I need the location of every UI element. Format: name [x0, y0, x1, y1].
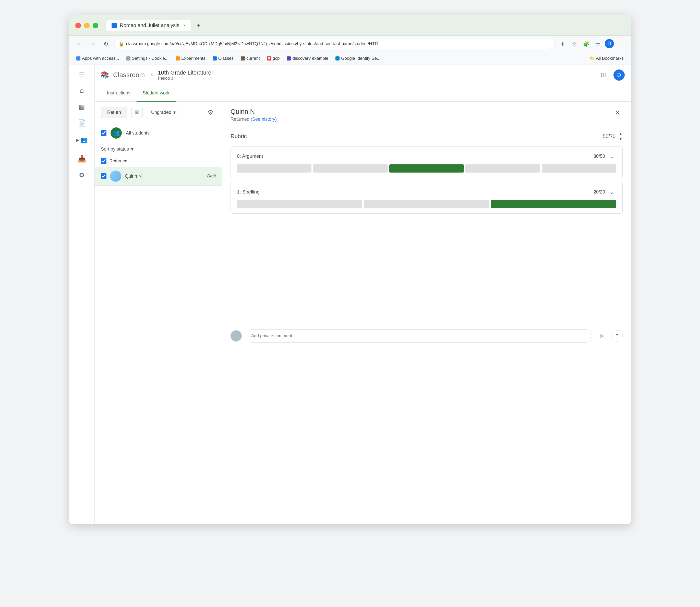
detail-header: Quinn N Returned (See history) ✕: [222, 102, 631, 126]
bar-segment-4: [542, 164, 616, 172]
settings-nav-btn[interactable]: ⚙: [75, 168, 89, 182]
sidebar-toggle-btn[interactable]: ▭: [593, 39, 603, 49]
score-down-arrow: ▼: [619, 136, 623, 141]
assignments-nav-btn[interactable]: 📄: [75, 116, 89, 130]
criterion-spelling-score-area: 20/20 ⌄: [594, 187, 616, 196]
bookmark-classes-label: Classes: [218, 56, 233, 61]
fullscreen-window-btn[interactable]: [93, 23, 98, 28]
student-list-panel: Return ✉ Ungraded ▾ ⚙: [95, 102, 222, 524]
student-name-quinn: Quinn N: [125, 173, 142, 179]
tab-close-btn[interactable]: ×: [183, 23, 186, 28]
list-settings-btn[interactable]: ⚙: [205, 107, 216, 118]
returned-section-checkbox[interactable]: [101, 158, 106, 164]
profile-btn[interactable]: D: [605, 39, 614, 48]
reload-btn[interactable]: ↻: [101, 39, 111, 49]
bookmark-apps[interactable]: Apps with access...: [73, 55, 122, 63]
bookmark-current[interactable]: current: [238, 55, 263, 63]
app-name: Classroom: [113, 71, 145, 79]
tab-student-work-label: Student work: [143, 90, 169, 96]
bookmark-apps-label: Apps with access...: [82, 56, 119, 61]
calendar-nav-btn[interactable]: ▦: [75, 100, 89, 114]
menu-btn[interactable]: ⋮: [616, 39, 626, 49]
submission-status-close: ): [275, 117, 277, 122]
bookmark-discovery[interactable]: discovery example: [284, 55, 331, 63]
active-tab[interactable]: Romeo and Juliet analysis. ×: [106, 20, 191, 31]
bar-segment-3: [466, 164, 540, 172]
bookmark-favicon-cog: [126, 57, 130, 61]
bookmark-gcp-label: gcp: [273, 56, 280, 61]
criterion-spelling-bar: [237, 200, 616, 208]
bookmark-experiments-label: Experiments: [181, 56, 205, 61]
return-btn[interactable]: Return: [101, 107, 127, 118]
bookmark-all-label: 📁 All Bookmarks: [590, 56, 624, 61]
score-up-arrow: ▲: [619, 131, 623, 136]
grade-select[interactable]: Ungraded ▾: [147, 107, 180, 118]
tab-student-work[interactable]: Student work: [137, 85, 176, 102]
bookmark-gcp[interactable]: R gcp: [264, 55, 283, 63]
student-status-quinn: Draft: [207, 174, 216, 179]
download-btn[interactable]: ⬇: [558, 39, 568, 49]
bookmark-settings[interactable]: Settings - Cookie...: [123, 55, 172, 63]
forward-btn[interactable]: →: [87, 39, 98, 49]
new-tab-btn[interactable]: +: [197, 22, 200, 29]
detail-close-btn[interactable]: ✕: [613, 108, 623, 118]
bookmark-favicon-cls: [213, 57, 217, 61]
email-icon: ✉: [135, 109, 139, 116]
rubric-section: Rubric 50/70 ▲ ▼: [222, 126, 631, 223]
group-icon: 👥: [113, 130, 120, 136]
google-apps-btn[interactable]: ⊞: [597, 69, 610, 81]
student-row-quinn[interactable]: Quinn N Draft: [95, 167, 222, 186]
all-students-checkbox[interactable]: [101, 130, 106, 136]
bookmark-discovery-label: discovery example: [292, 56, 328, 61]
extensions-btn[interactable]: 🧩: [581, 39, 591, 49]
send-comment-btn[interactable]: ➤: [596, 330, 607, 341]
email-btn[interactable]: ✉: [131, 107, 143, 118]
minimize-window-btn[interactable]: [84, 23, 89, 28]
bookmark-favicon-gid: [335, 57, 339, 61]
criterion-argument-header: 0: Argument 30/50 ⌄: [237, 152, 616, 161]
student-quinn-checkbox[interactable]: [101, 173, 106, 179]
user-avatar[interactable]: D: [614, 69, 625, 81]
bookmark-btn[interactable]: ☆: [570, 39, 579, 49]
toolbar-icons: ⬇ ☆ 🧩 ▭ D ⋮: [558, 39, 626, 49]
rubric-score-arrows[interactable]: ▲ ▼: [619, 131, 623, 141]
bookmark-experiments[interactable]: Experiments: [172, 55, 208, 63]
rubric-score-value: 50/70: [603, 133, 616, 139]
sort-dropdown-btn[interactable]: ▾: [131, 146, 133, 152]
people-expand[interactable]: ▶ 👥: [74, 134, 90, 146]
traffic-lights: [75, 23, 98, 28]
criterion-spelling-score: 20/20: [594, 189, 605, 195]
criterion-argument-expand-btn[interactable]: ⌄: [607, 152, 616, 161]
all-students-label: All students: [126, 130, 150, 136]
help-btn[interactable]: ?: [612, 330, 623, 341]
list-toolbar: Return ✉ Ungraded ▾ ⚙: [95, 102, 222, 123]
bar-segment-2: [389, 164, 464, 172]
close-window-btn[interactable]: [75, 23, 81, 28]
class-name: 10th Grade Literature!: [158, 69, 213, 76]
section-returned-header: Returned: [95, 155, 222, 167]
home-nav-btn[interactable]: ⌂: [75, 83, 89, 98]
header-right: ⊞ D: [597, 69, 625, 81]
bookmark-google-identity[interactable]: Google Identity Se...: [332, 55, 384, 63]
bookmark-classes[interactable]: Classes: [210, 55, 236, 63]
grade-arrow-icon: ▾: [173, 109, 176, 115]
criterion-spelling-name: 1: Spelling: [237, 189, 260, 195]
send-icon: ➤: [599, 332, 604, 340]
class-info: 10th Grade Literature! Period 3: [158, 69, 213, 81]
sort-row: Sort by status ▾: [95, 143, 222, 155]
see-history-link[interactable]: See history: [252, 117, 275, 122]
tab-instructions[interactable]: Instructions: [101, 85, 137, 102]
hamburger-btn[interactable]: ☰: [76, 69, 88, 81]
sort-arrow-icon: ▾: [131, 146, 133, 152]
bookmark-all[interactable]: 📁 All Bookmarks: [586, 54, 627, 63]
app-sidebar: ☰ ⌂ ▦ 📄 ▶ 👥 📥 ⚙: [69, 65, 95, 524]
student-work-area: Return ✉ Ungraded ▾ ⚙: [95, 102, 631, 524]
criterion-spelling-header: 1: Spelling 20/20 ⌄: [237, 187, 616, 196]
back-btn[interactable]: ←: [74, 39, 84, 49]
archive-nav-btn[interactable]: 📥: [75, 152, 89, 166]
criterion-spelling-expand-btn[interactable]: ⌄: [607, 187, 616, 196]
address-bar[interactable]: 🔒 classroom.google.com/u/0/c/NjEyMDI4ODI…: [114, 39, 555, 49]
comment-input[interactable]: [246, 329, 592, 342]
criterion-argument-bar: [237, 164, 616, 172]
bookmark-favicon-g: [76, 57, 80, 61]
